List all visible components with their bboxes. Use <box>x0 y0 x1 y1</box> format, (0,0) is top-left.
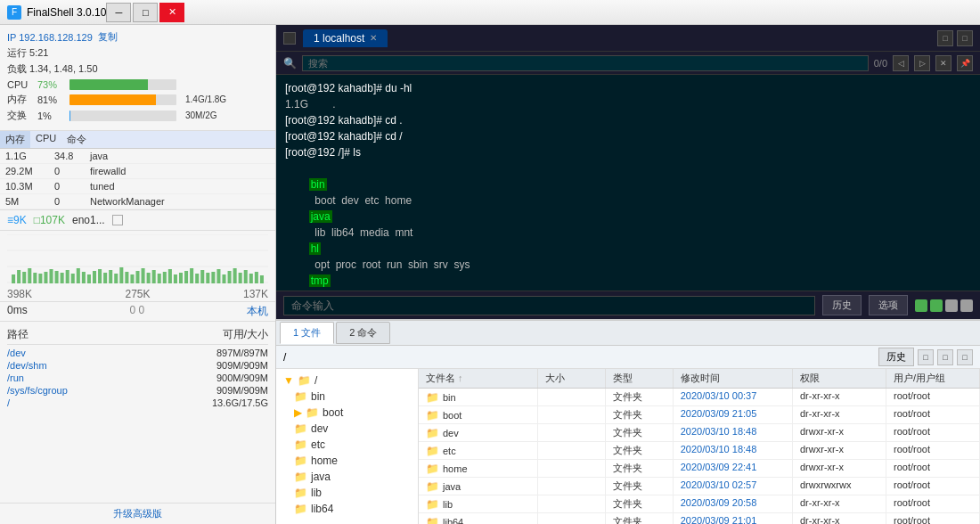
tree-item-java[interactable]: 📁 java <box>276 469 418 485</box>
upgrade-banner[interactable]: 升级高级版 <box>0 503 275 524</box>
chart-label-137k: 137K <box>243 288 268 300</box>
tree-item-bin[interactable]: 📁 bin <box>276 389 418 405</box>
runtime-label: 运行 5:21 <box>7 46 48 60</box>
fm-col-size[interactable]: 大小 <box>538 369 606 388</box>
disk-size: 13.6G/17.5G <box>212 397 268 408</box>
fm-col-type[interactable]: 类型 <box>606 369 674 388</box>
speed-section: 0ms 0 0 本机 <box>0 302 275 322</box>
tab-close-button[interactable]: ✕ <box>370 33 377 43</box>
chart-label-275k: 275K <box>125 288 150 300</box>
term-ctrl-1[interactable]: □ <box>937 30 953 46</box>
options-button[interactable]: 选项 <box>869 295 908 315</box>
col-cmd[interactable]: 命令 <box>61 131 92 148</box>
svg-rect-31 <box>152 270 156 283</box>
term-line: [root@192 kahadb]# cd . <box>285 112 971 128</box>
svg-rect-13 <box>55 271 59 283</box>
process-row[interactable]: 1.1G 34.8 java <box>0 149 275 164</box>
search-prev-button[interactable]: ◁ <box>893 55 909 71</box>
disk-path[interactable]: /run <box>7 373 216 383</box>
disk-path[interactable]: /dev/shm <box>7 360 216 371</box>
search-pin-button[interactable]: 📌 <box>957 55 973 71</box>
close-button[interactable]: ✕ <box>159 3 184 22</box>
process-row[interactable]: 5M 0 NetworkManager <box>0 194 275 209</box>
svg-rect-8 <box>28 268 31 283</box>
svg-rect-18 <box>82 272 86 283</box>
net-checkbox[interactable] <box>112 215 123 225</box>
svg-rect-34 <box>168 269 172 283</box>
file-row[interactable]: 📁lib 文件夹 2020/03/09 20:58 dr-xr-xr-x roo… <box>419 495 980 513</box>
file-row[interactable]: 📁home 文件夹 2020/03/09 22:41 drwxr-xr-x ro… <box>419 460 980 478</box>
tree-item-home[interactable]: 📁 home <box>276 453 418 469</box>
swap-label: 交换 <box>7 109 32 122</box>
maximize-button[interactable]: □ <box>133 3 158 22</box>
svg-rect-37 <box>184 271 188 283</box>
history-button[interactable]: 历史 <box>822 295 862 315</box>
fm-history-button[interactable]: 历史 <box>878 348 914 366</box>
file-row[interactable]: 📁dev 文件夹 2020/03/10 18:48 drwxr-xr-x roo… <box>419 424 980 442</box>
tree-item-dev[interactable]: 📁 dev <box>276 421 418 437</box>
file-row[interactable]: 📁etc 文件夹 2020/03/10 18:48 drwxr-xr-x roo… <box>419 442 980 460</box>
svg-rect-20 <box>93 271 96 283</box>
tree-item-lib[interactable]: 📁 lib <box>276 485 418 501</box>
file-row[interactable]: 📁java 文件夹 2020/03/10 02:57 drwxrwxrwx ro… <box>419 478 980 495</box>
tab-commands[interactable]: 2 命令 <box>336 322 390 344</box>
term-line: [root@192 kahadb]# du -hl <box>285 80 971 96</box>
svg-rect-51 <box>260 275 264 283</box>
cpu-progress-bar <box>69 79 148 90</box>
tree-item-root[interactable]: ▼ 📁 / <box>276 373 418 389</box>
term-ctrl-2[interactable]: □ <box>957 30 973 46</box>
disk-path[interactable]: /sys/fs/cgroup <box>7 385 216 396</box>
svg-rect-24 <box>114 274 118 283</box>
tab-files[interactable]: 1 文件 <box>280 322 334 344</box>
tree-item-etc[interactable]: 📁 etc <box>276 437 418 453</box>
disk-row: / 13.6G/17.5G <box>7 397 268 408</box>
minimize-button[interactable]: ─ <box>106 3 131 22</box>
file-row[interactable]: 📁lib64 文件夹 2020/03/09 21:01 dr-xr-xr-x r… <box>419 513 980 524</box>
search-next-button[interactable]: ▷ <box>914 55 930 71</box>
fm-col-mtime[interactable]: 修改时间 <box>674 369 793 388</box>
command-input[interactable] <box>283 296 815 315</box>
svg-rect-11 <box>44 272 47 283</box>
term-line: [root@192 kahadb]# cd / <box>285 128 971 144</box>
file-row[interactable]: 📁boot 文件夹 2020/03/09 21:05 dr-xr-xr-x ro… <box>419 406 980 424</box>
svg-rect-7 <box>22 272 26 283</box>
terminal-body[interactable]: [root@192 kahadb]# du -hl 1.1G . [root@1… <box>276 75 980 291</box>
svg-rect-19 <box>87 274 91 283</box>
terminal-tab-1[interactable]: 1 localhost ✕ <box>303 29 388 47</box>
tree-item-lib64[interactable]: 📁 lib64 <box>276 501 418 517</box>
terminal-header: 1 localhost ✕ □ □ <box>276 25 980 52</box>
main-layout: IP 192.168.128.129 复制 运行 5:21 负载 1.34, 1… <box>0 25 980 524</box>
status-dot-green <box>915 299 927 312</box>
app-title: FinalShell 3.0.10 <box>27 6 106 19</box>
tab-checkbox[interactable] <box>283 32 296 45</box>
fm-ctrl-3[interactable]: □ <box>957 349 973 365</box>
disk-path[interactable]: /dev <box>7 348 216 358</box>
fm-table-header: 文件名 大小 类型 修改时间 权限 用户/用户组 <box>419 369 980 389</box>
disk-path[interactable]: / <box>7 397 212 408</box>
copy-button[interactable]: 复制 <box>98 30 118 44</box>
svg-rect-36 <box>179 273 183 283</box>
fm-ctrl-2[interactable]: □ <box>937 349 953 365</box>
search-input[interactable] <box>302 55 869 71</box>
svg-rect-50 <box>255 272 258 283</box>
svg-rect-45 <box>228 271 232 283</box>
search-close-button[interactable]: ✕ <box>935 55 951 71</box>
tree-item-boot[interactable]: ▶ 📁 boot <box>276 405 418 421</box>
svg-rect-10 <box>38 274 42 283</box>
term-ls-output: bin boot dev etc home java lib lib64 med… <box>285 160 971 291</box>
fm-col-owner[interactable]: 用户/用户组 <box>886 369 980 388</box>
fm-ctrl-1[interactable]: □ <box>918 349 934 365</box>
disk-row: /dev/shm 909M/909M <box>7 360 268 371</box>
col-mem[interactable]: 内存 <box>0 131 30 148</box>
net-recv: ≡9K <box>7 214 27 226</box>
process-row[interactable]: 10.3M 0 tuned <box>0 179 275 194</box>
fm-col-perm[interactable]: 权限 <box>793 369 886 388</box>
fm-col-name[interactable]: 文件名 <box>419 369 538 388</box>
col-cpu[interactable]: CPU <box>30 131 61 148</box>
process-row[interactable]: 29.2M 0 firewalld <box>0 164 275 179</box>
disk-row: /dev 897M/897M <box>7 348 268 358</box>
right-panel: 1 localhost ✕ □ □ 🔍 0/0 ◁ ▷ ✕ 📌 [root@19… <box>276 25 980 524</box>
app-icon: F <box>7 5 21 20</box>
file-row[interactable]: 📁bin 文件夹 2020/03/10 00:37 dr-xr-xr-x roo… <box>419 389 980 406</box>
svg-rect-38 <box>190 268 193 283</box>
